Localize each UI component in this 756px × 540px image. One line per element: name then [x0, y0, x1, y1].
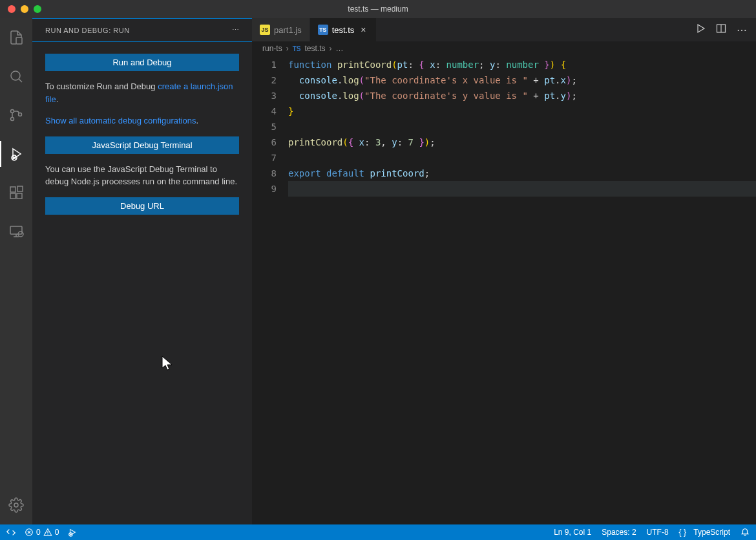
source-control-icon[interactable] [0, 102, 32, 128]
svg-rect-6 [10, 187, 16, 192]
editor-actions: ⋯ [686, 18, 756, 41]
tab-label: part1.js [274, 25, 302, 35]
sidebar-title: RUN AND DEBUG: RUN [45, 27, 130, 34]
split-editor-icon[interactable] [716, 23, 726, 36]
breadcrumb-symbol[interactable]: … [335, 44, 343, 53]
language-mode[interactable]: { } TypeScript [679, 528, 730, 537]
minimize-window-button[interactable] [21, 5, 28, 13]
svg-rect-0 [16, 38, 22, 44]
encoding-indicator[interactable]: UTF-8 [647, 528, 669, 537]
code-content[interactable]: function printCoord(pt: { x: number; y: … [288, 57, 756, 524]
settings-gear-icon[interactable] [0, 492, 32, 518]
sidebar-header: RUN AND DEBUG: RUN ⋯ [32, 19, 252, 41]
editor-more-icon[interactable]: ⋯ [737, 24, 747, 36]
explorer-icon[interactable] [0, 25, 32, 50]
breadcrumb-folder[interactable]: run-ts [262, 44, 282, 53]
breadcrumb-file[interactable]: test.ts [304, 44, 325, 53]
svg-point-2 [11, 110, 14, 113]
run-and-debug-button[interactable]: Run and Debug [45, 54, 239, 71]
svg-point-1 [11, 71, 20, 80]
chevron-right-icon: › [329, 44, 331, 53]
svg-point-12 [14, 503, 18, 507]
js-file-icon: JS [260, 25, 270, 35]
debug-url-button[interactable]: Debug URL [45, 197, 239, 215]
extensions-icon[interactable] [0, 180, 32, 206]
show-auto-configs-link[interactable]: Show all automatic debug configurations [45, 116, 196, 125]
js-debug-terminal-button[interactable]: JavaScript Debug Terminal [45, 136, 239, 154]
line-number-gutter: 123456789 [252, 57, 288, 524]
tab-label: test.ts [332, 25, 355, 35]
problems-indicator[interactable]: 0 0 [25, 528, 59, 537]
window-controls [8, 5, 41, 13]
remote-explorer-icon[interactable] [0, 219, 32, 244]
svg-rect-8 [17, 193, 22, 199]
customize-text: To customize Run and Debug create a laun… [45, 80, 239, 105]
ts-file-icon: TS [293, 45, 301, 52]
svg-rect-10 [10, 226, 22, 234]
run-file-icon[interactable] [695, 23, 706, 36]
svg-rect-9 [17, 186, 23, 191]
svg-point-4 [19, 113, 22, 116]
indentation-indicator[interactable]: Spaces: 2 [602, 528, 636, 537]
close-tab-icon[interactable]: × [358, 25, 368, 35]
chevron-right-icon: › [286, 44, 289, 53]
svg-rect-7 [10, 193, 16, 199]
tab-part1-js[interactable]: JS part1.js [252, 18, 310, 41]
notifications-bell-icon[interactable] [740, 528, 750, 537]
editor-area: JS part1.js TS test.ts × ⋯ run-ts › TS t… [252, 18, 756, 524]
sidebar-body: Run and Debug To customize Run and Debug… [32, 41, 252, 524]
cursor-position[interactable]: Ln 9, Col 1 [554, 528, 591, 537]
ts-file-icon: TS [318, 25, 328, 35]
search-icon[interactable] [0, 63, 32, 89]
status-bar: 0 0 Ln 9, Col 1 Spaces: 2 UTF-8 { } Type… [0, 524, 756, 540]
code-editor[interactable]: 123456789 function printCoord(pt: { x: n… [252, 56, 756, 524]
sidebar-more-icon[interactable]: ⋯ [232, 26, 240, 34]
titlebar: test.ts — medium [0, 0, 756, 18]
activity-bar [0, 18, 32, 524]
maximize-window-button[interactable] [34, 5, 41, 13]
debug-start-icon[interactable] [68, 528, 77, 537]
editor-tabs: JS part1.js TS test.ts × ⋯ [252, 18, 756, 41]
close-window-button[interactable] [8, 5, 16, 13]
tab-test-ts[interactable]: TS test.ts × [310, 18, 377, 41]
svg-point-3 [11, 118, 14, 121]
run-debug-icon[interactable] [0, 141, 32, 167]
run-debug-sidebar: RUN AND DEBUG: RUN ⋯ Run and Debug To cu… [32, 18, 252, 524]
js-terminal-description: You can use the JavaScript Debug Termina… [45, 163, 239, 188]
breadcrumbs[interactable]: run-ts › TS test.ts › … [252, 41, 756, 56]
window-title: test.ts — medium [348, 5, 408, 14]
remote-indicator-icon[interactable] [6, 528, 16, 537]
